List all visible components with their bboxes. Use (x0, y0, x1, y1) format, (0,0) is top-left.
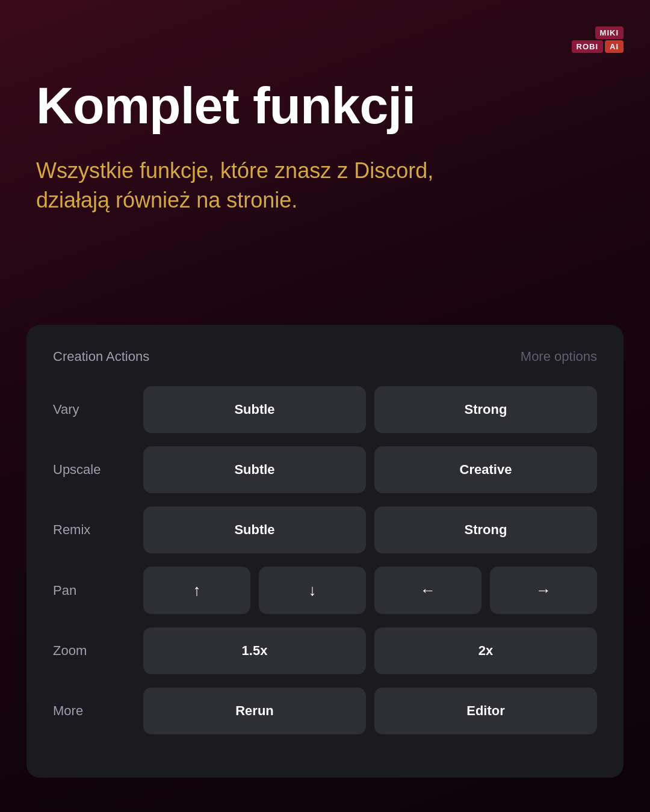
upscale-buttons: Subtle Creative (143, 446, 597, 493)
pan-right-button[interactable]: → (490, 567, 597, 614)
zoom-buttons: 1.5x 2x (143, 627, 597, 674)
pan-up-button[interactable]: ↑ (143, 567, 250, 614)
zoom-2x-button[interactable]: 2x (374, 627, 597, 674)
logo: MIKI ROBI AI (572, 26, 624, 53)
zoom-row: Zoom 1.5x 2x (53, 627, 597, 674)
remix-strong-button[interactable]: Strong (374, 506, 597, 553)
card-header: Creation Actions More options (53, 349, 597, 364)
more-row: More Rerun Editor (53, 687, 597, 734)
vary-strong-button[interactable]: Strong (374, 386, 597, 433)
upscale-row: Upscale Subtle Creative (53, 446, 597, 493)
more-buttons: Rerun Editor (143, 687, 597, 734)
upscale-subtle-button[interactable]: Subtle (143, 446, 366, 493)
card-title: Creation Actions (53, 349, 149, 364)
rerun-button[interactable]: Rerun (143, 687, 366, 734)
page-title: Komplet funkcji (36, 78, 614, 132)
page-subtitle: Wszystkie funkcje, które znasz z Discord… (36, 156, 614, 215)
vary-row: Vary Subtle Strong (53, 386, 597, 433)
logo-ai: AI (605, 40, 624, 53)
more-label: More (53, 703, 143, 719)
logo-robi: ROBI (572, 40, 604, 53)
vary-label: Vary (53, 402, 143, 417)
pan-down-button[interactable]: ↓ (259, 567, 366, 614)
zoom-1-5x-button[interactable]: 1.5x (143, 627, 366, 674)
upscale-label: Upscale (53, 462, 143, 478)
remix-row: Remix Subtle Strong (53, 506, 597, 553)
remix-label: Remix (53, 522, 143, 538)
editor-button[interactable]: Editor (374, 687, 597, 734)
vary-subtle-button[interactable]: Subtle (143, 386, 366, 433)
remix-buttons: Subtle Strong (143, 506, 597, 553)
pan-row: Pan ↑ ↓ ← → (53, 567, 597, 614)
more-options-button[interactable]: More options (521, 349, 597, 364)
header-section: Komplet funkcji Wszystkie funkcje, które… (36, 78, 614, 215)
remix-subtle-button[interactable]: Subtle (143, 506, 366, 553)
logo-miki: MIKI (595, 26, 624, 39)
vary-buttons: Subtle Strong (143, 386, 597, 433)
pan-buttons: ↑ ↓ ← → (143, 567, 597, 614)
creation-actions-card: Creation Actions More options Vary Subtl… (26, 325, 624, 778)
upscale-creative-button[interactable]: Creative (374, 446, 597, 493)
pan-label: Pan (53, 583, 143, 598)
zoom-label: Zoom (53, 643, 143, 659)
pan-left-button[interactable]: ← (374, 567, 481, 614)
